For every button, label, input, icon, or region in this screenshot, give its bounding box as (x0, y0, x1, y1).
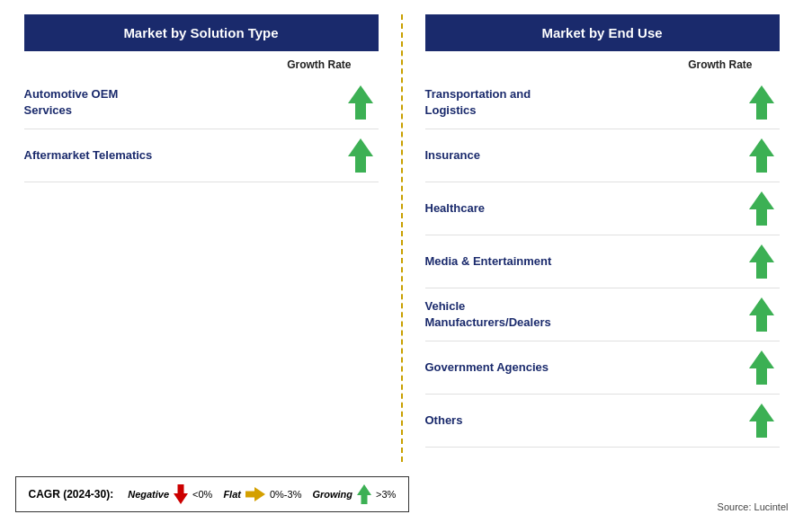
right-panel-header: Market by End Use (425, 14, 780, 51)
legend-negative: Negative <0% (128, 484, 212, 504)
green-up-arrow-icon (749, 403, 774, 438)
right-panel: Market by End Use Growth Rate Transporta… (407, 14, 789, 462)
list-item: Transportation andLogistics (425, 76, 780, 129)
panel-divider (401, 14, 403, 462)
main-container: Market by Solution Type Growth Rate Auto… (15, 14, 789, 518)
green-up-arrow-icon (749, 138, 774, 173)
green-up-arrow-icon (348, 85, 373, 120)
green-up-arrow-icon (749, 191, 774, 226)
list-item: Others (425, 395, 780, 448)
legend-box: CAGR (2024-30): Negative <0% Flat 0%-3% … (15, 476, 410, 512)
arrow-aftermarket (343, 138, 379, 173)
legend-flat: Flat 0%-3% (223, 487, 301, 501)
list-item: Aftermarket Telematics (24, 129, 379, 182)
green-up-arrow-icon (749, 244, 774, 279)
list-item: Insurance (425, 129, 780, 182)
green-up-arrow-icon (348, 138, 373, 173)
legend-growing-label: Growing (312, 489, 352, 500)
source-text: Source: Lucintel (718, 501, 789, 512)
right-growth-label: Growth Rate (425, 58, 780, 71)
list-item: VehicleManufacturers/Dealers (425, 288, 780, 341)
red-down-arrow-icon (174, 484, 188, 504)
legend-flat-range: 0%-3% (270, 489, 301, 500)
list-item: Media & Entertainment (425, 235, 780, 288)
arrow-transport (744, 85, 780, 120)
arrow-media (744, 244, 780, 279)
green-up-arrow-icon (749, 85, 774, 120)
left-growth-label: Growth Rate (24, 58, 379, 71)
green-up-arrow-small-icon (357, 484, 371, 504)
item-label-aftermarket: Aftermarket Telematics (24, 147, 343, 164)
left-panel-header: Market by Solution Type (24, 14, 379, 51)
item-label-others: Others (425, 412, 744, 429)
item-label-vehicle: VehicleManufacturers/Dealers (425, 298, 744, 331)
green-up-arrow-icon (749, 297, 774, 332)
arrow-automotive (343, 85, 379, 120)
arrow-healthcare (744, 191, 780, 226)
left-panel: Market by Solution Type Growth Rate Auto… (15, 14, 397, 462)
legend-negative-value: <0% (192, 489, 212, 500)
arrow-government (744, 350, 780, 385)
green-up-arrow-icon (749, 350, 774, 385)
item-label-automotive: Automotive OEMServices (24, 86, 343, 119)
legend-title: CAGR (2024-30): (29, 488, 118, 501)
legend-negative-label: Negative (128, 489, 169, 500)
list-item: Healthcare (425, 182, 780, 235)
item-label-transport: Transportation andLogistics (425, 86, 744, 119)
arrow-others (744, 403, 780, 438)
bottom-row: CAGR (2024-30): Negative <0% Flat 0%-3% … (15, 462, 789, 518)
list-item: Government Agencies (425, 341, 780, 395)
legend-growing: Growing >3% (312, 484, 396, 504)
yellow-right-arrow-icon (245, 487, 265, 501)
arrow-insurance (744, 138, 780, 173)
legend-flat-label: Flat (223, 489, 241, 500)
legend-growing-value: >3% (376, 489, 396, 500)
panels: Market by Solution Type Growth Rate Auto… (15, 14, 789, 462)
item-label-media: Media & Entertainment (425, 253, 744, 270)
arrow-vehicle (744, 297, 780, 332)
item-label-insurance: Insurance (425, 147, 744, 164)
list-item: Automotive OEMServices (24, 76, 379, 129)
item-label-government: Government Agencies (425, 359, 744, 376)
item-label-healthcare: Healthcare (425, 200, 744, 217)
